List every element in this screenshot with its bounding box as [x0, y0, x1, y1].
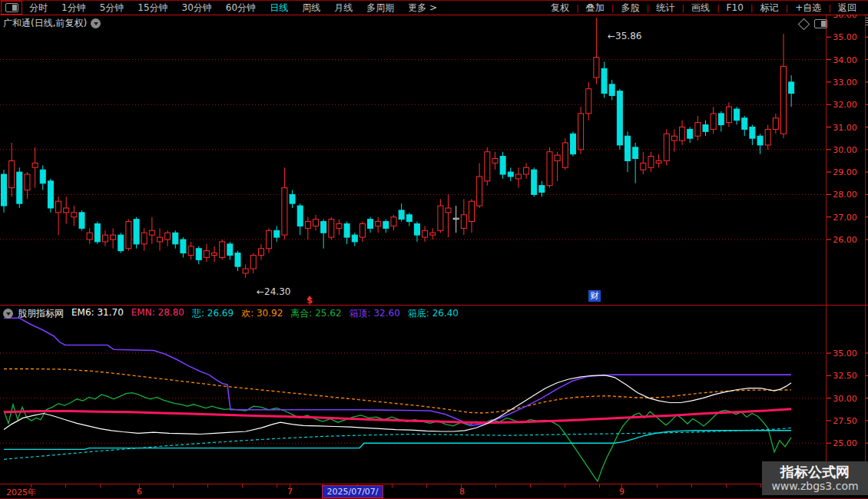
candle-body	[687, 129, 693, 138]
tool-item[interactable]: 返回	[831, 2, 863, 15]
candle-body	[601, 68, 607, 93]
period-item[interactable]: 1分钟	[55, 2, 93, 13]
indicator-axis-label: 35.00	[833, 349, 857, 359]
tool-item[interactable]: F10	[720, 2, 750, 15]
pane-separator	[0, 305, 868, 306]
candle-body	[220, 242, 225, 258]
diamond-tool-icon[interactable]	[798, 18, 810, 30]
indicator-axis-label: 30.00	[833, 394, 857, 404]
candle-body	[368, 220, 373, 229]
candle-body	[391, 217, 396, 226]
candle-body	[757, 136, 763, 145]
candle-body	[344, 223, 350, 237]
period-item[interactable]: 更多 >	[401, 2, 444, 13]
major-tick	[461, 484, 462, 491]
candle-body	[578, 114, 584, 150]
candle-body	[633, 147, 638, 159]
minor-tick	[392, 484, 393, 487]
price-axis-label: 32.00	[833, 100, 857, 110]
candle-body	[102, 235, 108, 242]
candle-body	[547, 152, 552, 186]
candle-body	[422, 230, 428, 237]
minor-tick	[599, 484, 600, 487]
period-item[interactable]: 60分钟	[219, 2, 263, 13]
minor-tick	[530, 484, 531, 487]
candle-body	[742, 118, 747, 130]
indicator-line-箱底	[4, 431, 791, 450]
candle-body	[235, 253, 240, 267]
major-tick	[290, 484, 290, 491]
candle-body	[9, 160, 15, 187]
candle-body	[141, 233, 147, 244]
candle-body	[25, 174, 30, 190]
minor-tick	[31, 484, 31, 487]
candle-body	[2, 174, 7, 206]
candle-body	[765, 129, 770, 145]
candle-body	[305, 222, 310, 229]
minor-tick	[277, 484, 277, 487]
candle-body	[648, 157, 654, 168]
period-item[interactable]: 30分钟	[175, 2, 219, 13]
candle-body	[438, 206, 443, 230]
tool-item[interactable]: 标记	[754, 2, 786, 15]
indicator-value: EMN: 28.80	[131, 307, 184, 320]
price-axis-label: 35.00	[833, 32, 857, 42]
period-item[interactable]: 5分钟	[93, 2, 131, 13]
period-item[interactable]: 日线	[263, 2, 295, 13]
candle-body	[562, 143, 568, 167]
split-screen-button[interactable]	[1, 1, 22, 15]
candle-body	[617, 91, 622, 145]
indicator-value: 欢: 30.92	[241, 307, 283, 320]
period-item[interactable]: 分时	[22, 2, 55, 13]
candle-body	[64, 208, 69, 213]
period-item[interactable]: 多周期	[359, 2, 401, 13]
candle-body	[399, 210, 404, 220]
time-axis: 2025年 2025/07/07/— 6789	[0, 484, 868, 499]
tool-item[interactable]: 叠加	[579, 2, 611, 15]
candle-body	[555, 155, 560, 160]
watermark-url: www.zbgs3.com	[771, 480, 858, 493]
symbol-label: 广和通(日线,前复权)	[3, 17, 87, 30]
candle-body	[48, 181, 53, 208]
minor-tick	[426, 484, 427, 487]
candle-body	[446, 208, 451, 213]
candle-body	[87, 233, 92, 240]
pane-split-icon[interactable]	[814, 19, 827, 28]
candle-body	[641, 163, 646, 170]
major-tick	[139, 484, 140, 491]
candle-body	[524, 167, 529, 174]
selected-date-box: 2025/07/07/—	[322, 485, 383, 498]
axis-divider-line	[826, 15, 827, 484]
candle-body	[111, 235, 116, 240]
period-item[interactable]: 15分钟	[131, 2, 174, 13]
tool-item[interactable]: 画线	[684, 2, 717, 15]
tool-item[interactable]: 复权	[544, 2, 576, 15]
tool-item[interactable]: 多股	[614, 2, 646, 15]
news-badge[interactable]: 财	[588, 290, 601, 302]
minor-tick	[565, 484, 565, 487]
candle-body	[173, 233, 178, 244]
indicator-values: EM6: 31.70EMN: 28.80悲: 26.69欢: 30.92离合: …	[71, 307, 466, 320]
candle-body	[532, 170, 537, 194]
tdx-chart-window: 分时1分钟5分钟15分钟30分钟60分钟日线周线月线多周期更多 > 复权|叠加|…	[0, 0, 868, 499]
candle-body	[726, 107, 731, 123]
minor-tick	[726, 484, 727, 487]
indicator-line-离合	[4, 393, 791, 481]
candle-body	[126, 222, 131, 249]
minor-tick	[100, 484, 101, 487]
candle-body	[750, 127, 755, 139]
minor-tick	[691, 484, 692, 487]
candle-body	[32, 163, 38, 167]
tool-item[interactable]: +自选	[788, 2, 828, 15]
period-item[interactable]: 月线	[327, 2, 359, 13]
indicator-line-EMN	[4, 409, 791, 423]
candle-body	[313, 220, 319, 226]
tools-menu: 复权|叠加|多股|统计|画线|F10|标记|+自选|返回	[544, 2, 863, 15]
tool-item[interactable]: 统计	[649, 2, 681, 15]
indicator-line-欢	[4, 369, 791, 413]
indicator-chevron-icon[interactable]	[3, 309, 13, 319]
chevron-down-icon[interactable]	[91, 18, 101, 28]
candle-body	[274, 230, 280, 237]
period-item[interactable]: 周线	[295, 2, 327, 13]
candle-body	[17, 172, 22, 203]
